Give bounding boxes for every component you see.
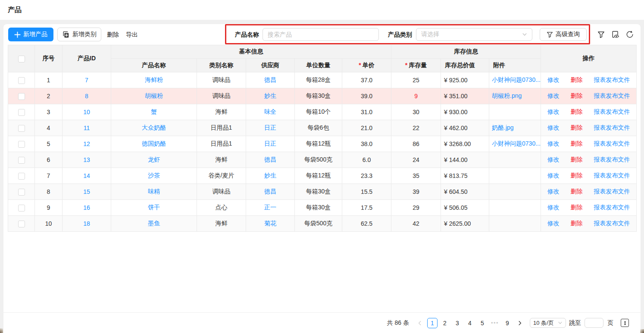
supplier-link[interactable]: 日正 — [264, 140, 276, 147]
product-id-link[interactable]: 8 — [85, 93, 88, 100]
supplier-link[interactable]: 正一 — [264, 204, 276, 211]
edit-link[interactable]: 修改 — [547, 76, 560, 83]
product-name-link[interactable]: 墨鱼 — [148, 220, 160, 227]
row-checkbox[interactable] — [18, 141, 25, 148]
edit-link[interactable]: 修改 — [547, 204, 560, 211]
row-checkbox[interactable] — [18, 173, 25, 180]
column-settings-icon-button[interactable] — [611, 30, 620, 39]
product-name-link[interactable]: 大众奶酪 — [142, 124, 166, 131]
row-height-icon-button[interactable] — [621, 319, 629, 327]
supplier-link[interactable]: 味全 — [264, 108, 276, 115]
row-checkbox[interactable] — [18, 125, 25, 132]
page-number-1[interactable]: 1 — [427, 318, 438, 328]
delete-link[interactable]: 删除 — [571, 92, 583, 99]
report-publish-link[interactable]: 报表发布文件 — [594, 188, 630, 195]
product-name-link[interactable]: 蟹 — [151, 108, 157, 115]
delete-link[interactable]: 删除 — [571, 172, 583, 179]
supplier-link[interactable]: 妙生 — [264, 92, 276, 99]
product-id-link[interactable]: 10 — [83, 109, 90, 115]
attachment-link[interactable]: 小财神问题0730... — [492, 76, 541, 83]
report-publish-link[interactable]: 报表发布文件 — [594, 220, 630, 227]
advanced-query-button[interactable]: 高级查询 — [540, 28, 587, 41]
page-number-4[interactable]: 4 — [465, 318, 475, 328]
prev-page-button[interactable] — [415, 318, 425, 328]
product-name-link[interactable]: 沙茶 — [148, 172, 160, 179]
page-ellipsis[interactable]: ••• — [490, 318, 500, 328]
report-publish-link[interactable]: 报表发布文件 — [594, 76, 630, 83]
product-id-link[interactable]: 7 — [85, 77, 88, 84]
filter-icon-button[interactable] — [597, 30, 605, 39]
delete-link[interactable]: 删除 — [571, 204, 583, 211]
page-number-2[interactable]: 2 — [440, 318, 450, 328]
product-category-select[interactable]: 请选择 — [416, 28, 532, 41]
product-name-input[interactable] — [263, 28, 379, 41]
edit-link[interactable]: 修改 — [547, 92, 560, 99]
edit-link[interactable]: 修改 — [547, 108, 560, 115]
row-checkbox[interactable] — [18, 93, 25, 100]
product-name-link[interactable]: 饼干 — [148, 204, 160, 211]
row-checkbox[interactable] — [18, 109, 25, 116]
attachment-link[interactable]: 奶酪.jpg — [492, 124, 514, 131]
delete-link[interactable]: 删除 — [571, 156, 583, 163]
next-page-button[interactable] — [515, 318, 525, 328]
row-checkbox[interactable] — [18, 221, 25, 227]
row-checkbox[interactable] — [18, 189, 25, 196]
delete-link[interactable]: 删除 — [571, 124, 583, 131]
supplier-link[interactable]: 德昌 — [264, 156, 276, 163]
edit-link[interactable]: 修改 — [547, 188, 560, 195]
supplier-link[interactable]: 菊花 — [264, 220, 276, 227]
page-number-5[interactable]: 5 — [477, 318, 488, 328]
row-checkbox[interactable] — [18, 205, 25, 212]
edit-link[interactable]: 修改 — [547, 140, 560, 147]
supplier-link[interactable]: 日正 — [264, 124, 276, 131]
report-publish-link[interactable]: 报表发布文件 — [594, 108, 630, 115]
report-publish-link[interactable]: 报表发布文件 — [594, 140, 630, 147]
report-publish-link[interactable]: 报表发布文件 — [594, 156, 630, 163]
product-id-link[interactable]: 16 — [83, 204, 90, 211]
report-publish-link[interactable]: 报表发布文件 — [594, 204, 630, 211]
report-publish-link[interactable]: 报表发布文件 — [594, 92, 630, 99]
row-checkbox[interactable] — [18, 157, 25, 164]
delete-link[interactable]: 删除 — [571, 140, 583, 147]
refresh-icon-button[interactable] — [625, 30, 634, 39]
edit-link[interactable]: 修改 — [547, 156, 560, 163]
report-publish-link[interactable]: 报表发布文件 — [594, 124, 630, 131]
edit-link[interactable]: 修改 — [547, 172, 560, 179]
product-name-link[interactable]: 胡椒粉 — [145, 92, 163, 99]
jump-to-page-input[interactable] — [585, 318, 603, 328]
select-all-checkbox[interactable] — [18, 56, 25, 62]
product-id-link[interactable]: 15 — [83, 188, 90, 195]
add-product-button[interactable]: 新增产品 — [8, 28, 53, 41]
supplier-link[interactable]: 妙生 — [264, 172, 276, 179]
product-name-link[interactable]: 海鲜粉 — [145, 76, 163, 83]
product-id-link[interactable]: 12 — [83, 140, 90, 147]
page-number-3[interactable]: 3 — [452, 318, 463, 328]
page-number-9[interactable]: 9 — [502, 318, 513, 328]
attachment-link[interactable]: 胡椒粉.png — [492, 92, 522, 99]
report-publish-link[interactable]: 报表发布文件 — [594, 172, 630, 179]
supplier-link[interactable]: 德昌 — [264, 76, 276, 83]
delete-link[interactable]: 删除 — [571, 108, 583, 115]
page-size-select[interactable]: 10 条/页 — [530, 318, 566, 328]
product-name-link[interactable]: 味精 — [148, 188, 160, 195]
product-id-link[interactable]: 18 — [83, 220, 90, 227]
delete-link[interactable]: 删除 — [571, 188, 583, 195]
product-name-link[interactable]: 德国奶酪 — [142, 140, 166, 147]
export-button[interactable]: 导出 — [126, 28, 138, 41]
product-id-link[interactable]: 14 — [83, 172, 90, 179]
attachment-link[interactable]: 小财神问题0730... — [492, 140, 541, 147]
cell-stock-value: ¥ 930.00 — [441, 104, 489, 120]
header-stock-label: 库存量 — [409, 62, 427, 68]
row-checkbox[interactable] — [18, 77, 25, 84]
required-mark: * — [405, 62, 407, 68]
product-name-link[interactable]: 龙虾 — [148, 156, 160, 163]
product-id-link[interactable]: 11 — [84, 124, 90, 131]
delete-button[interactable]: 删除 — [107, 28, 119, 41]
edit-link[interactable]: 修改 — [547, 220, 560, 227]
delete-link[interactable]: 删除 — [571, 76, 583, 83]
product-id-link[interactable]: 13 — [83, 156, 90, 163]
supplier-link[interactable]: 德昌 — [264, 188, 276, 195]
add-category-button[interactable]: 新增类别 — [57, 28, 101, 41]
delete-link[interactable]: 删除 — [571, 220, 583, 227]
edit-link[interactable]: 修改 — [547, 124, 560, 131]
